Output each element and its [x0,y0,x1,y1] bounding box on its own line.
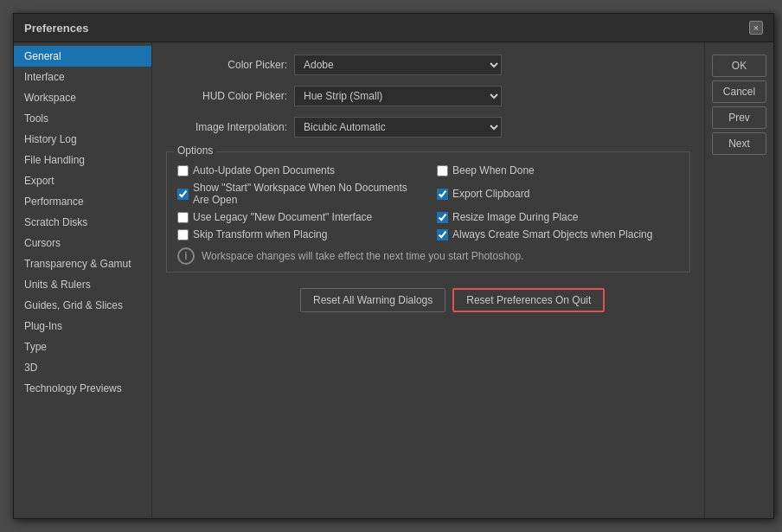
checkbox-export-clipboard-label: Export Clipboard [452,188,529,200]
checkbox-resize-image: Resize Image During Place [437,211,679,223]
options-group: Options Auto-Update Open Documents Beep … [166,151,690,272]
dialog-title: Preferences [24,22,88,35]
checkbox-legacy-new-doc: Use Legacy "New Document" Interface [177,211,420,223]
checkbox-start-workspace-input[interactable] [177,189,189,200]
sidebar-item-scratch-disks[interactable]: Scratch Disks [14,212,151,233]
title-bar: Preferences × [14,14,773,42]
ok-button[interactable]: OK [712,54,766,77]
sidebar-item-interface[interactable]: Interface [14,67,151,87]
close-button[interactable]: × [749,21,763,35]
checkbox-export-clipboard-input[interactable] [437,189,448,200]
sidebar-item-tools[interactable]: Tools [14,108,151,129]
checkbox-smart-objects-label: Always Create Smart Objects when Placing [452,228,652,240]
sidebar-item-transparency-gamut[interactable]: Transparency & Gamut [14,253,151,274]
checkbox-beep-input[interactable] [437,165,448,176]
sidebar-item-cursors[interactable]: Cursors [14,233,151,253]
options-grid: Auto-Update Open Documents Beep When Don… [177,164,679,240]
checkbox-beep: Beep When Done [437,164,679,176]
checkbox-start-workspace: Show "Start" Workspace When No Documents… [177,182,420,206]
hud-color-picker-select[interactable]: Hue Strip (Small) [294,86,502,106]
sidebar-item-units-rulers[interactable]: Units & Rulers [14,274,151,295]
image-interpolation-label: Image Interpolation: [166,121,287,133]
sidebar-item-plug-ins[interactable]: Plug-Ins [14,316,151,337]
sidebar-item-workspace[interactable]: Workspace [14,87,151,108]
checkbox-skip-transform-label: Skip Transform when Placing [193,228,327,240]
sidebar-item-technology-previews[interactable]: Technology Previews [14,378,151,399]
sidebar-item-export[interactable]: Export [14,170,151,191]
image-interpolation-row: Image Interpolation: Bicubic Automatic [166,117,690,138]
color-picker-row: Color Picker: Adobe [166,54,690,75]
next-button[interactable]: Next [712,132,766,155]
sidebar-item-type[interactable]: Type [14,337,151,357]
checkbox-smart-objects-input[interactable] [437,229,448,240]
checkbox-auto-update-label: Auto-Update Open Documents [193,164,335,176]
info-row: i Workspace changes will take effect the… [177,247,679,265]
options-legend: Options [174,144,216,157]
sidebar-item-performance[interactable]: Performance [14,191,151,212]
checkbox-skip-transform: Skip Transform when Placing [177,228,420,240]
info-text: Workspace changes will take effect the n… [202,250,523,262]
checkbox-resize-image-input[interactable] [437,212,448,223]
sidebar-item-3d[interactable]: 3D [14,357,151,378]
reset-warning-dialogs-button[interactable]: Reset All Warning Dialogs [300,288,445,312]
action-buttons: OK Cancel Prev Next [704,42,773,518]
main-content: Color Picker: Adobe HUD Color Picker: Hu… [152,42,704,518]
checkbox-export-clipboard: Export Clipboard [437,182,679,206]
reset-preferences-on-quit-button[interactable]: Reset Preferences On Quit [452,288,605,312]
hud-color-picker-label: HUD Color Picker: [166,90,287,102]
checkbox-start-workspace-label: Show "Start" Workspace When No Documents… [193,182,420,206]
checkbox-smart-objects: Always Create Smart Objects when Placing [437,228,679,240]
sidebar-item-file-handling[interactable]: File Handling [14,150,151,170]
checkbox-resize-image-label: Resize Image During Place [452,211,578,223]
sidebar-item-guides-grid-slices[interactable]: Guides, Grid & Slices [14,295,151,316]
info-icon: i [177,247,195,265]
prev-button[interactable]: Prev [712,106,766,129]
image-interpolation-select[interactable]: Bicubic Automatic [294,117,502,138]
checkbox-auto-update-input[interactable] [177,165,189,176]
checkbox-legacy-new-doc-input[interactable] [177,212,189,223]
cancel-button[interactable]: Cancel [712,80,766,103]
checkbox-legacy-new-doc-label: Use Legacy "New Document" Interface [193,211,372,223]
sidebar: General Interface Workspace Tools Histor… [14,42,152,518]
sidebar-item-history-log[interactable]: History Log [14,129,151,150]
preferences-dialog: Preferences × General Interface Workspac… [13,13,774,519]
checkbox-skip-transform-input[interactable] [177,229,189,240]
dialog-body: General Interface Workspace Tools Histor… [14,42,773,518]
reset-buttons-row: Reset All Warning Dialogs Reset Preferen… [166,288,690,312]
checkbox-auto-update: Auto-Update Open Documents [177,164,420,176]
color-picker-select[interactable]: Adobe [294,54,502,75]
hud-color-picker-row: HUD Color Picker: Hue Strip (Small) [166,86,690,106]
checkbox-beep-label: Beep When Done [452,164,535,176]
sidebar-item-general[interactable]: General [14,46,151,67]
color-picker-label: Color Picker: [166,59,287,71]
